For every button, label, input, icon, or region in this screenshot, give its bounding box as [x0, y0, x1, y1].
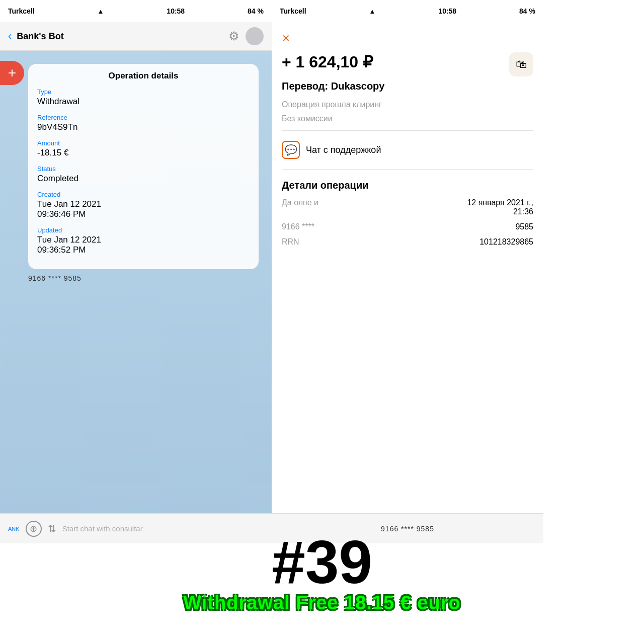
updated-label: Updated [37, 226, 250, 234]
bank-label: ANK [8, 526, 20, 532]
bubble-title: Operation details [37, 71, 250, 81]
updated-row: Updated Tue Jan 12 2021 09:36:52 PM [37, 226, 250, 255]
right-carrier: Turkcell [280, 7, 306, 15]
status-value: Completed [37, 174, 250, 184]
created-label: Created [37, 191, 250, 198]
bot-title: Bank's Bot [17, 31, 63, 42]
chat-support-label: Чат с поддержкой [306, 145, 381, 155]
transfer-title: Перевод: Dukascopy [282, 80, 533, 92]
rrn-label: RRN [282, 237, 299, 247]
info-clearing: Операция прошла клиринг [282, 100, 533, 109]
amount-value: -18.15 € [37, 148, 250, 158]
status-row: Status Completed [37, 165, 250, 184]
chat-support-icon: 💬 [282, 141, 300, 159]
chat-input[interactable]: Start chat with consultar [62, 524, 264, 533]
gear-icon[interactable]: ⚙ [228, 29, 239, 43]
type-label: Type [37, 88, 250, 96]
add-button[interactable]: + [0, 61, 24, 85]
bag-icon[interactable]: 🛍 [509, 52, 533, 76]
details-section-title: Детали операции [282, 180, 533, 191]
card-value: 9585 [515, 222, 533, 231]
right-time: 10:58 [438, 7, 456, 15]
reference-value: 9bV4S9Tn [37, 122, 250, 132]
card-label: 9166 **** [282, 222, 314, 231]
card-info-right: 9166 **** 9585 [381, 525, 434, 533]
left-bottom-bar: ANK ⊕ ⇅ Start chat with consultar [0, 513, 272, 543]
amount-row: Amount -18.15 € [37, 139, 250, 158]
right-battery: 84 % [519, 7, 535, 15]
right-bottom-bar: 9166 **** 9585 [272, 513, 543, 543]
reference-row: Reference 9bV4S9Tn [37, 114, 250, 132]
chat-content: + Operation details Type Withdrawal Refe… [0, 51, 272, 513]
right-content: ✕ + 1 624,10 ₽ 🛍 Перевод: Dukascopy Опер… [272, 22, 543, 513]
arrows-icon[interactable]: ⇅ [48, 523, 56, 535]
card-bottom-left: 9166 **** 9585 [28, 274, 264, 282]
add-chat-icon[interactable]: ⊕ [26, 521, 42, 537]
left-carrier: Turkcell [8, 7, 35, 15]
right-wifi-icon: ▲ [369, 8, 376, 15]
amount-label: Amount [37, 139, 250, 147]
left-header: ‹ Bank's Bot ⚙ [0, 22, 272, 51]
amount-row: + 1 624,10 ₽ 🛍 [282, 52, 533, 76]
left-battery: 84 % [248, 7, 264, 15]
status-label: Status [37, 165, 250, 173]
info-commission: Без комиссии [282, 114, 533, 123]
reference-label: Reference [37, 114, 250, 121]
card-detail-row: 9166 **** 9585 [282, 222, 533, 231]
left-wifi-icon: ▲ [98, 8, 104, 15]
chat-support-row[interactable]: 💬 Чат с поддержкой [282, 138, 533, 162]
rrn-value: 101218329865 [479, 237, 533, 247]
avatar[interactable] [246, 27, 264, 45]
transaction-amount: + 1 624,10 ₽ [282, 52, 373, 71]
close-button[interactable]: ✕ [282, 32, 290, 44]
created-value: Tue Jan 12 2021 09:36:46 PM [37, 199, 250, 219]
type-row: Type Withdrawal [37, 88, 250, 107]
date-detail-row: Да олпе и 12 января 2021 г., 21:36 [282, 198, 533, 216]
left-time: 10:58 [167, 7, 185, 15]
back-icon[interactable]: ‹ [8, 30, 12, 43]
rrn-row: RRN 101218329865 [282, 237, 533, 247]
divider-2 [282, 169, 533, 170]
divider-1 [282, 130, 533, 131]
operation-details-card: Operation details Type Withdrawal Refere… [28, 64, 259, 269]
updated-value: Tue Jan 12 2021 09:36:52 PM [37, 235, 250, 255]
type-value: Withdrawal [37, 97, 250, 107]
date-label: Да олпе и [282, 198, 318, 207]
date-value: 12 января 2021 г., 21:36 [467, 198, 533, 216]
created-row: Created Tue Jan 12 2021 09:36:46 PM [37, 191, 250, 219]
